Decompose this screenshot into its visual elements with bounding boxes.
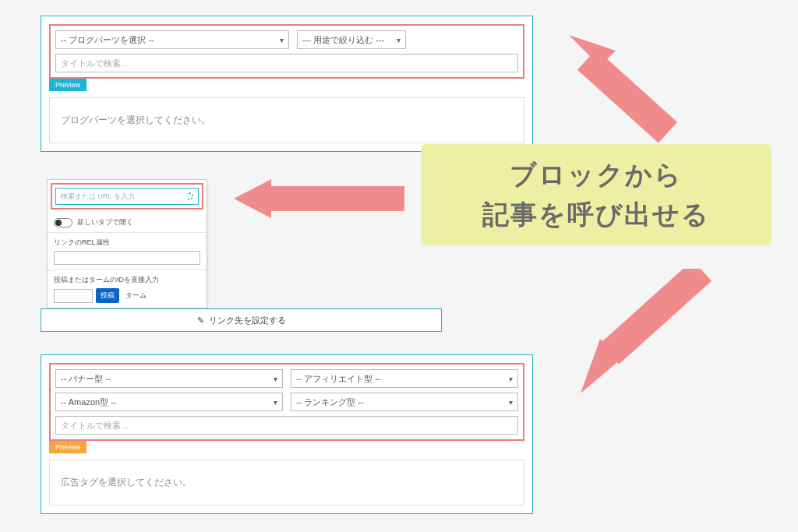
set-link-button[interactable]: ✎ リンク先を設定する: [41, 308, 442, 332]
svg-rect-3: [268, 186, 404, 211]
title-search-placeholder-2: タイトルで検索...: [61, 420, 128, 432]
preview-message-2: 広告タグを選択してください。: [61, 477, 192, 488]
select-banner[interactable]: -- バナー型 -- ▾: [55, 369, 283, 388]
chevron-down-icon: ▾: [397, 36, 401, 44]
chevron-down-icon: ▾: [274, 375, 277, 383]
chevron-down-icon: ▾: [509, 398, 513, 407]
new-tab-toggle[interactable]: [54, 218, 72, 227]
ad-tag-panel: -- バナー型 -- ▾ -- アフィリエイト型 -- ▾ -- Amazon型…: [41, 354, 533, 514]
preview-badge-2: Preview: [49, 441, 87, 453]
url-search-input[interactable]: 検索または URL を入力: [55, 188, 199, 205]
id-input-section: 投稿またはタームのIDを直接入力 投稿 ターム: [48, 270, 207, 308]
id-label: 投稿またはタームのIDを直接入力: [54, 275, 200, 285]
arrow-annotation-1: [561, 27, 701, 144]
title-search-input-2[interactable]: タイトルで検索...: [55, 416, 518, 435]
arrow-annotation-2: [234, 175, 405, 222]
post-button[interactable]: 投稿: [96, 288, 119, 303]
id-controls: 投稿 ターム: [54, 288, 200, 303]
rel-input[interactable]: [54, 251, 200, 265]
pencil-icon: ✎: [197, 315, 204, 326]
chevron-down-icon: ▾: [280, 36, 284, 44]
highlight-box-2: 検索または URL を入力: [51, 183, 203, 210]
svg-rect-5: [600, 269, 711, 365]
callout-line-1: ブロックから: [510, 155, 683, 195]
highlight-box-1: -- ブログパーツを選択 -- ▾ --- 用途で絞り込む --- ▾ タイトル…: [49, 24, 524, 79]
set-link-label: リンク先を設定する: [209, 315, 286, 326]
highlight-box-3: -- バナー型 -- ▾ -- アフィリエイト型 -- ▾ -- Amazon型…: [49, 363, 524, 441]
new-tab-toggle-row: 新しいタブで開く: [48, 213, 207, 233]
select-purpose-filter[interactable]: --- 用途で絞り込む --- ▾: [297, 30, 406, 49]
callout-line-2: 記事を呼び出せる: [482, 195, 710, 234]
new-tab-label: 新しいタブで開く: [77, 217, 133, 227]
select-affiliate[interactable]: -- アフィリエイト型 -- ▾: [291, 369, 518, 388]
svg-marker-2: [234, 179, 271, 218]
chevron-down-icon: ▾: [509, 375, 513, 383]
select-affiliate-label: -- アフィリエイト型 --: [296, 373, 381, 385]
title-search-input[interactable]: タイトルで検索...: [55, 54, 518, 72]
preview-area-2: 広告タグを選択してください。: [49, 460, 524, 506]
term-button[interactable]: ターム: [122, 288, 150, 303]
id-input[interactable]: [54, 289, 93, 303]
rel-attribute-section: リンクのREL属性: [48, 233, 207, 270]
select-amazon-label: -- Amazon型 --: [61, 396, 117, 408]
annotation-callout: ブロックから 記事を呼び出せる: [421, 144, 772, 245]
rel-label: リンクのREL属性: [54, 238, 200, 248]
svg-marker-0: [569, 35, 616, 66]
svg-rect-1: [577, 49, 677, 143]
select-ranking[interactable]: -- ランキング型 -- ▾: [291, 393, 518, 411]
preview-message: ブログパーツを選択してください。: [61, 115, 210, 125]
svg-marker-4: [581, 339, 622, 393]
arrow-annotation-3: [569, 269, 725, 409]
preview-area: ブログパーツを選択してください。: [49, 97, 524, 143]
loading-icon: [185, 192, 193, 200]
blog-parts-panel: -- ブログパーツを選択 -- ▾ --- 用途で絞り込む --- ▾ タイトル…: [41, 16, 533, 152]
select-row-1: -- バナー型 -- ▾ -- アフィリエイト型 -- ▾: [55, 369, 518, 388]
select-purpose-label: --- 用途で絞り込む ---: [302, 34, 384, 46]
preview-badge: Preview: [49, 79, 87, 91]
select-banner-label: -- バナー型 --: [61, 373, 111, 385]
title-search-placeholder: タイトルで検索...: [61, 58, 128, 69]
link-settings-popup: 検索または URL を入力 新しいタブで開く リンクのREL属性 投稿またはター…: [47, 179, 207, 308]
select-ranking-label: -- ランキング型 --: [296, 396, 364, 408]
select-blog-parts-label: -- ブログパーツを選択 --: [61, 34, 154, 46]
select-blog-parts[interactable]: -- ブログパーツを選択 -- ▾: [55, 30, 289, 49]
select-row-2: -- Amazon型 -- ▾ -- ランキング型 -- ▾: [55, 393, 518, 411]
select-amazon[interactable]: -- Amazon型 -- ▾: [55, 393, 283, 411]
chevron-down-icon: ▾: [274, 398, 277, 407]
select-row: -- ブログパーツを選択 -- ▾ --- 用途で絞り込む --- ▾: [55, 30, 518, 49]
url-search-placeholder: 検索または URL を入力: [61, 192, 135, 202]
